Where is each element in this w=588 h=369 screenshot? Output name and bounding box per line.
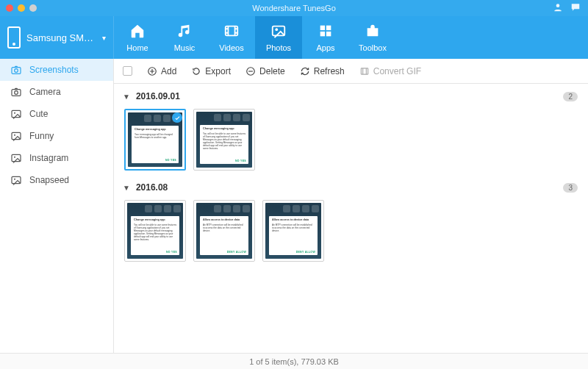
zoom-window-button[interactable] — [29, 4, 37, 12]
device-name: Samsung SM-G... — [26, 32, 96, 43]
sidebar-item-label: Cute — [29, 109, 48, 119]
add-button[interactable]: Add — [147, 66, 176, 76]
svg-rect-10 — [12, 90, 21, 96]
screenshot-preview: Change messaging app You will not be abl… — [127, 203, 183, 259]
svg-rect-6 — [320, 32, 325, 36]
svg-rect-5 — [326, 26, 331, 30]
tab-videos[interactable]: Videos — [208, 16, 255, 59]
convert-gif-label: Convert GIF — [373, 66, 421, 76]
disclosure-triangle-icon: ▼ — [123, 184, 130, 192]
sidebar-item-camera[interactable]: Camera — [0, 81, 113, 103]
delete-button[interactable]: Delete — [245, 66, 285, 76]
export-icon — [191, 66, 201, 76]
tab-label: Home — [126, 43, 148, 52]
screenshot-preview: Allow access to device data An MTP conne… — [196, 203, 252, 259]
camera-outline-icon — [10, 86, 22, 98]
svg-rect-7 — [326, 32, 331, 36]
tab-label: Apps — [316, 43, 334, 52]
sidebar-item-label: Screenshots — [29, 65, 79, 75]
tab-home[interactable]: Home — [114, 16, 161, 59]
toolbox-icon — [365, 23, 381, 40]
header: Samsung SM-G... ▾ HomeMusicVideosPhotosA… — [0, 16, 588, 59]
phone-icon — [7, 26, 21, 49]
sidebar: ScreenshotsCameraCuteFunnyInstagramSnaps… — [0, 59, 114, 353]
film-icon — [359, 66, 370, 76]
refresh-icon — [300, 66, 310, 76]
video-icon — [223, 23, 240, 40]
photo-group: ▼2016.09.012 Change messaging app Your m… — [118, 88, 578, 172]
titlebar: Wondershare TunesGo — [0, 0, 588, 16]
sidebar-item-label: Snapseed — [29, 175, 69, 185]
svg-point-13 — [14, 112, 15, 114]
refresh-button[interactable]: Refresh — [300, 66, 345, 76]
tab-apps[interactable]: Apps — [302, 16, 349, 59]
camera-icon — [10, 64, 22, 76]
sidebar-item-label: Camera — [29, 87, 61, 97]
close-window-button[interactable] — [6, 4, 13, 12]
tab-photos[interactable]: Photos — [255, 16, 302, 59]
plus-circle-icon — [147, 66, 157, 76]
sidebar-item-cute[interactable]: Cute — [0, 103, 113, 125]
toolbar: Add Export Delete Refresh Convert GIF — [114, 59, 588, 84]
status-bar: 1 of 5 item(s), 779.03 KB — [0, 353, 588, 369]
sidebar-item-snapseed[interactable]: Snapseed — [0, 169, 113, 191]
image-icon — [10, 130, 22, 142]
group-header[interactable]: ▼2016.083 — [118, 179, 578, 196]
svg-rect-1 — [226, 26, 238, 36]
app-title: Wondershare TunesGo — [0, 4, 588, 12]
select-all-checkbox[interactable] — [123, 66, 132, 76]
tab-label: Music — [174, 43, 196, 52]
group-header[interactable]: ▼2016.09.012 — [118, 88, 578, 104]
sidebar-item-instagram[interactable]: Instagram — [0, 147, 113, 169]
photo-grid: ▼2016.09.012 Change messaging app Your m… — [114, 84, 588, 353]
window-controls — [0, 4, 37, 12]
tab-toolbox[interactable]: Toolbox — [349, 16, 396, 59]
export-button[interactable]: Export — [191, 66, 231, 76]
thumbnail-row: Change messaging app You will not be abl… — [118, 196, 578, 263]
group-title: 2016.08 — [136, 182, 168, 193]
sidebar-item-label: Instagram — [29, 153, 68, 163]
tab-music[interactable]: Music — [161, 16, 208, 59]
sidebar-item-screenshots[interactable]: Screenshots — [0, 59, 113, 81]
delete-label: Delete — [259, 66, 285, 76]
svg-point-19 — [14, 179, 15, 180]
apps-icon — [318, 23, 334, 40]
nav-tabs: HomeMusicVideosPhotosAppsToolbox — [114, 16, 396, 59]
photo-group: ▼2016.083 Change messaging app You will … — [118, 179, 578, 263]
svg-rect-4 — [320, 26, 325, 30]
thumbnail-row: Change messaging app Your messaging app … — [118, 104, 578, 172]
photo-thumbnail[interactable]: Change messaging app You will not be abl… — [193, 109, 255, 171]
group-count-badge: 2 — [563, 92, 578, 101]
convert-gif-button[interactable]: Convert GIF — [359, 66, 421, 76]
account-icon[interactable] — [553, 2, 563, 14]
photo-thumbnail[interactable]: Allow access to device data An MTP conne… — [193, 200, 255, 262]
feedback-icon[interactable] — [570, 2, 581, 14]
status-text: 1 of 5 item(s), 779.03 KB — [249, 357, 339, 366]
photos-icon — [270, 23, 287, 40]
export-label: Export — [205, 66, 231, 76]
main-panel: Add Export Delete Refresh Convert GIF ▼2… — [114, 59, 588, 353]
minus-circle-icon — [245, 66, 256, 76]
device-selector[interactable]: Samsung SM-G... ▾ — [0, 16, 114, 59]
selected-check-icon — [172, 112, 182, 123]
sidebar-item-funny[interactable]: Funny — [0, 125, 113, 147]
photo-thumbnail[interactable]: Change messaging app Your messaging app … — [124, 109, 186, 171]
home-icon — [129, 23, 146, 40]
disclosure-triangle-icon: ▼ — [123, 93, 130, 101]
tab-label: Toolbox — [359, 43, 387, 52]
screenshot-preview: Allow access to device data An MTP conne… — [265, 203, 321, 259]
music-icon — [176, 23, 193, 40]
photo-thumbnail[interactable]: Allow access to device data An MTP conne… — [262, 200, 324, 262]
group-title: 2016.09.01 — [136, 91, 180, 101]
svg-point-3 — [275, 28, 278, 31]
svg-point-11 — [15, 91, 18, 95]
svg-rect-22 — [361, 68, 368, 74]
minimize-window-button[interactable] — [18, 4, 25, 12]
tab-label: Videos — [219, 43, 243, 52]
tab-label: Photos — [266, 43, 291, 52]
image-icon — [10, 108, 22, 120]
sidebar-item-label: Funny — [29, 131, 54, 141]
svg-point-0 — [556, 4, 560, 7]
photo-thumbnail[interactable]: Change messaging app You will not be abl… — [124, 200, 186, 262]
svg-point-15 — [14, 135, 15, 136]
